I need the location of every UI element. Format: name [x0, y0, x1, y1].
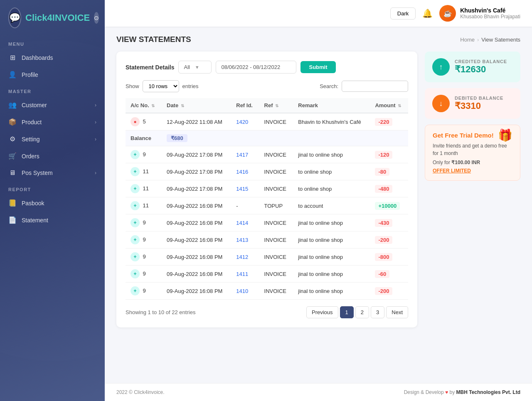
- master-label: MASTER: [0, 83, 105, 96]
- date-range-input[interactable]: [216, 61, 296, 74]
- search-input[interactable]: [342, 81, 408, 92]
- sidebar-item-customer[interactable]: 👥 Customer ›: [0, 96, 105, 113]
- rows-select[interactable]: 10 rows 25 rows 50 rows: [143, 80, 179, 92]
- notification-bell[interactable]: 🔔: [422, 8, 433, 18]
- sidebar-item-pos[interactable]: 🖥 Pos System ›: [0, 165, 105, 181]
- date-cell: 09-Aug-2022 16:08 PM: [162, 248, 231, 266]
- ref-link[interactable]: 1416: [236, 169, 248, 175]
- page-2-button[interactable]: 2: [355, 306, 369, 318]
- main-content: Dark 🔔 ☕ Khushvin's Café Khusaboo Bhavin…: [105, 0, 532, 401]
- col-ref: Ref ⇅: [259, 98, 293, 113]
- sidebar-item-dashboards[interactable]: ⊞ Dashboards: [0, 49, 105, 66]
- ac-number: + 11: [126, 163, 162, 180]
- user-info-header: ☕ Khushvin's Café Khusaboo Bhavin Prajap…: [439, 5, 520, 22]
- sidebar-item-pasbook[interactable]: 📒 Pasbook: [0, 194, 105, 212]
- amount-cell: -800: [370, 248, 408, 266]
- ref-cell: INVOICE: [259, 231, 293, 248]
- product-icon: 📦: [8, 118, 17, 126]
- sidebar-item-product[interactable]: 📦 Product ›: [0, 113, 105, 130]
- ac-number: ● 5: [126, 113, 162, 130]
- page-1-button[interactable]: 1: [340, 306, 354, 318]
- refid-cell: -: [231, 197, 259, 214]
- statements-table: A/c No. ⇅ Date ⇅ Ref Id. Ref ⇅ Remark Am…: [126, 98, 408, 300]
- dashboards-icon: ⊞: [8, 54, 17, 62]
- remark-cell: jinal to online shop: [293, 214, 370, 231]
- sidebar-item-orders[interactable]: 🛒 Orders: [0, 148, 105, 165]
- page-header: VIEW STATEMENTS Home › View Satements: [116, 35, 520, 44]
- ref-link[interactable]: 1417: [236, 152, 248, 158]
- submit-button[interactable]: Submit: [300, 61, 335, 73]
- ref-link[interactable]: 1420: [236, 119, 248, 125]
- ac-badge: +: [131, 218, 140, 227]
- amount-cell: -200: [370, 283, 408, 300]
- setting-icon: ⚙: [8, 135, 17, 143]
- credit-info: CREDITED BALANCE ₹12630: [455, 59, 507, 75]
- ref-link[interactable]: 1415: [236, 186, 248, 192]
- remark-cell: jinal to online shop: [293, 146, 370, 163]
- dark-mode-button[interactable]: Dark: [390, 7, 416, 20]
- refid-cell: 1414: [231, 214, 259, 231]
- ref-link[interactable]: 1414: [236, 220, 248, 226]
- search-area: Search:: [320, 81, 408, 92]
- ref-cell: INVOICE: [259, 113, 293, 130]
- avatar: ☕: [439, 5, 456, 22]
- filter-dropdown[interactable]: All ▾: [178, 61, 212, 74]
- statement-icon: 📄: [8, 216, 17, 224]
- side-cards: ↑ CREDITED BALANCE ₹12630 ↓ DEBITED BALA…: [425, 52, 520, 181]
- breadcrumb-home[interactable]: Home: [460, 37, 475, 43]
- pagination: Previous 1 2 3 Next: [306, 306, 408, 318]
- remark-cell: to online shop: [293, 163, 370, 180]
- page-3-button[interactable]: 3: [371, 306, 384, 318]
- ref-link[interactable]: 1413: [236, 237, 248, 243]
- sidebar-item-label: Product: [22, 119, 42, 125]
- balance-value: ₹680: [162, 130, 370, 146]
- prev-button[interactable]: Previous: [306, 306, 338, 318]
- amount-cell: -80: [370, 163, 408, 180]
- sidebar-item-setting[interactable]: ⚙ Setting ›: [0, 130, 105, 148]
- refid-cell: 1420: [231, 113, 259, 130]
- content-row: Statement Details All ▾ Submit Show 10 r…: [116, 52, 520, 327]
- col-refid: Ref Id.: [231, 98, 259, 113]
- settings-icon[interactable]: ⊙: [94, 12, 99, 24]
- sidebar-item-profile[interactable]: 👤 Profile: [0, 66, 105, 83]
- ref-link[interactable]: 1410: [236, 288, 248, 294]
- ac-number: + 11: [126, 180, 162, 197]
- table-row: + 9 09-Aug-2022 17:08 PM 1417 INVOICE ji…: [126, 146, 408, 163]
- arrow-icon: ›: [95, 102, 96, 108]
- table-row: + 11 09-Aug-2022 17:08 PM 1416 INVOICE t…: [126, 163, 408, 180]
- table-header-row: A/c No. ⇅ Date ⇅ Ref Id. Ref ⇅ Remark Am…: [126, 98, 408, 113]
- header: Dark 🔔 ☕ Khushvin's Café Khusaboo Bhavin…: [105, 0, 532, 27]
- heart-icon: ♥: [445, 389, 449, 395]
- ac-badge: +: [131, 167, 140, 176]
- table-row: + 9 09-Aug-2022 16:08 PM 1413 INVOICE ji…: [126, 231, 408, 248]
- debited-balance-card: ↓ DEBITED BALANCE ₹3310: [425, 88, 520, 119]
- profile-icon: 👤: [8, 71, 17, 79]
- date-cell: 09-Aug-2022 17:08 PM: [162, 180, 231, 197]
- refid-cell: 1416: [231, 163, 259, 180]
- refid-cell: 1417: [231, 146, 259, 163]
- trial-description: Invite friends and get a demo free for 1…: [433, 142, 512, 157]
- sidebar-logo: 💬 Click4INVOICE ⊙: [0, 0, 105, 36]
- ac-badge: +: [131, 184, 140, 193]
- ref-link[interactable]: 1411: [236, 271, 248, 277]
- refid-cell: 1412: [231, 248, 259, 266]
- debit-icon: ↓: [432, 95, 450, 112]
- amount-cell: -60: [370, 266, 408, 283]
- filter-row: Statement Details All ▾ Submit: [126, 61, 408, 74]
- refid-cell: 1415: [231, 180, 259, 197]
- arrow-icon: ›: [95, 170, 96, 176]
- date-cell: 09-Aug-2022 17:08 PM: [162, 163, 231, 180]
- table-row: + 9 09-Aug-2022 16:08 PM 1412 INVOICE ji…: [126, 248, 408, 266]
- sidebar-item-label: Orders: [22, 153, 39, 160]
- credit-icon: ↑: [432, 58, 450, 76]
- pagination-row: Showing 1 to 10 of 22 entries Previous 1…: [126, 306, 408, 318]
- sidebar-item-statement[interactable]: 📄 Statement: [0, 212, 105, 229]
- ac-number: + 9: [126, 283, 162, 300]
- next-button[interactable]: Next: [386, 306, 408, 318]
- col-date: Date ⇅: [162, 98, 231, 113]
- ref-link[interactable]: 1412: [236, 254, 248, 260]
- col-amount: Amount ⇅: [370, 98, 408, 113]
- trial-offer-link[interactable]: OFFER LIMITED: [433, 168, 512, 174]
- date-cell: 09-Aug-2022 17:08 PM: [162, 146, 231, 163]
- entries-label: entries: [182, 83, 199, 89]
